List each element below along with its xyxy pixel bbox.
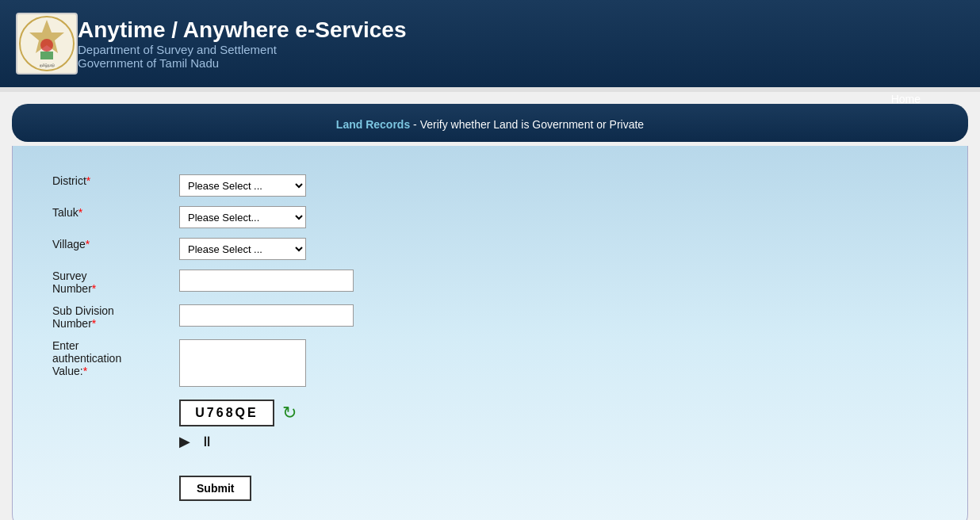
village-label: Village*: [44, 233, 171, 265]
district-label: District*: [44, 170, 171, 201]
district-select[interactable]: Please Select ...: [179, 174, 306, 197]
pause-button[interactable]: ⏸: [200, 434, 214, 450]
svg-text:தமிழ்நாடு: தமிழ்நாடு: [40, 63, 55, 68]
auth-row: EnterauthenticationValue:*: [44, 335, 362, 395]
taluk-label: Taluk*: [44, 201, 171, 233]
auth-label: EnterauthenticationValue:*: [44, 335, 171, 395]
svg-rect-3: [40, 52, 53, 59]
taluk-input-cell: Please Select...: [171, 201, 362, 233]
survey-input[interactable]: [179, 270, 354, 292]
home-link[interactable]: Home: [875, 88, 936, 113]
svg-point-2: [40, 39, 53, 52]
site-title: Anytime / Anywhere e-Services: [78, 17, 406, 43]
captcha-label-cell: [44, 395, 171, 455]
form-table: District* Please Select ... Taluk* Pleas…: [44, 170, 362, 506]
district-row: District* Please Select ...: [44, 170, 362, 201]
nav-title-bold: Land Records: [336, 118, 410, 131]
nav-bar: Land Records - Verify whether Land is Go…: [12, 104, 968, 142]
subdivision-input[interactable]: [179, 304, 354, 327]
nav-title: Land Records - Verify whether Land is Go…: [320, 110, 660, 139]
refresh-icon[interactable]: ↻: [282, 403, 297, 423]
header-text: Anytime / Anywhere e-Services Department…: [78, 17, 406, 70]
main-content: District* Please Select ... Taluk* Pleas…: [12, 146, 968, 520]
survey-row: SurveyNumber*: [44, 265, 362, 300]
subdivision-row: Sub DivisionNumber*: [44, 300, 362, 335]
district-input-cell: Please Select ...: [171, 170, 362, 201]
media-controls: ▶ ⏸: [179, 433, 354, 450]
auth-textarea[interactable]: [179, 339, 306, 387]
subdivision-label: Sub DivisionNumber*: [44, 300, 171, 335]
village-input-cell: Please Select ...: [171, 233, 362, 265]
village-row: Village* Please Select ...: [44, 233, 362, 265]
survey-input-cell: [171, 265, 362, 300]
taluk-select[interactable]: Please Select...: [179, 206, 306, 228]
header-separator: [0, 87, 980, 92]
captcha-display: U768QE: [179, 400, 274, 426]
govt-name: Government of Tamil Nadu: [78, 56, 406, 70]
captcha-container: U768QE ↻: [179, 400, 354, 426]
submit-input-cell: Submit: [171, 455, 362, 506]
dept-name: Department of Survey and Settlement: [78, 43, 406, 56]
logo: தமிழ்நாடு: [16, 13, 78, 75]
captcha-input-cell: U768QE ↻ ▶ ⏸: [171, 395, 362, 455]
captcha-row: U768QE ↻ ▶ ⏸: [44, 395, 362, 455]
header: தமிழ்நாடு Anytime / Anywhere e-Services …: [0, 0, 980, 87]
play-button[interactable]: ▶: [179, 433, 190, 450]
submit-button[interactable]: Submit: [179, 476, 251, 501]
submit-row: Submit: [44, 455, 362, 506]
taluk-row: Taluk* Please Select...: [44, 201, 362, 233]
subdivision-input-cell: [171, 300, 362, 335]
submit-label-cell: [44, 455, 171, 506]
auth-input-cell: [171, 335, 362, 395]
survey-label: SurveyNumber*: [44, 265, 171, 300]
logo-svg: தமிழ்நாடு: [18, 15, 75, 72]
village-select[interactable]: Please Select ...: [179, 238, 306, 260]
nav-title-rest: - Verify whether Land is Government or P…: [410, 118, 644, 131]
